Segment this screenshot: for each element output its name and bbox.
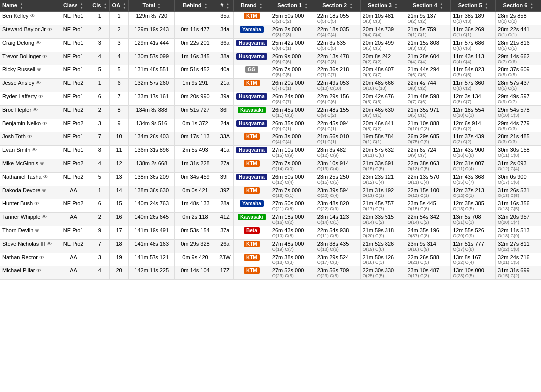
- col-cls[interactable]: Cls ▲▼: [90, 0, 109, 12]
- cell-section5: 11m 37s 439 O(2) C(2): [451, 132, 496, 146]
- section6-sub: O(5) C(5): [498, 46, 539, 51]
- section3-main: 22m 30s 330: [363, 267, 403, 273]
- eye-icon[interactable]: 👁: [40, 161, 45, 166]
- col-num[interactable]: # ▲▼: [216, 0, 233, 12]
- section6-sub: O(7) C(6): [498, 59, 539, 64]
- eye-icon[interactable]: 👁: [42, 188, 47, 193]
- cell-section2: 22m 3s 635 O(5) C(5): [315, 39, 360, 52]
- section4-main: 21m 9s 137: [407, 13, 448, 19]
- section6-main: 32m 24s 716: [498, 254, 539, 260]
- col-section2[interactable]: Section 2 ▲▼: [315, 0, 360, 12]
- cell-section4: 21m 15s 808 O(3) C(3): [405, 39, 451, 52]
- col-section1[interactable]: Section 1 ▲▼: [270, 0, 315, 12]
- section3-main: 19m 58s 784: [363, 133, 403, 139]
- section6-main: 29m 14s 662: [498, 53, 539, 59]
- eye-icon[interactable]: 👁: [38, 94, 43, 99]
- section3-sub: O(11) C(8): [363, 153, 403, 158]
- cell-name: Mike McGinnis 👁: [0, 159, 57, 173]
- section1-sub: O(13) C(1): [272, 193, 313, 198]
- eye-icon[interactable]: 👁: [36, 268, 41, 273]
- name-text: Craig Delong: [2, 40, 34, 46]
- eye-icon[interactable]: 👁: [42, 54, 47, 59]
- brand-badge: Kawasaki: [238, 214, 266, 220]
- col-section3[interactable]: Section 3 ▲▼: [360, 0, 405, 12]
- section5-sub: O(13) C(5): [453, 206, 493, 211]
- brand-badge: KTM: [244, 80, 260, 86]
- section5-sub: O(3) C(3): [453, 19, 493, 24]
- cell-section6: 28m 21s 816 O(5) C(5): [496, 39, 541, 52]
- cell-section2: 22m 29s 156 O(6) C(6): [315, 92, 360, 106]
- brand-badge: Husqvarna: [236, 147, 267, 153]
- cell-brand: Yamaha: [233, 25, 270, 39]
- cell-total: 138m 36s 209: [129, 173, 175, 186]
- cell-num: 39a: [216, 92, 233, 106]
- section1-main: 27m 50s 000: [272, 200, 313, 206]
- eye-icon[interactable]: 👁: [33, 107, 38, 113]
- cell-num: 36a: [216, 39, 233, 52]
- section6-sub: O(2) C(2): [498, 19, 539, 24]
- eye-icon[interactable]: 👁: [34, 201, 39, 206]
- col-section5[interactable]: Section 5 ▲▼: [451, 0, 496, 12]
- cell-num: 35a: [216, 12, 233, 25]
- cell-oa: 7: [109, 92, 128, 106]
- col-class[interactable]: Class ▲▼: [57, 0, 90, 12]
- eye-icon[interactable]: 👁: [36, 80, 41, 86]
- col-brand[interactable]: Brand ▲▼: [233, 0, 270, 12]
- cell-class: NE Pro2: [57, 79, 90, 92]
- cell-cls: 6: [90, 199, 109, 213]
- cell-class: NE Pro1: [57, 132, 90, 146]
- cell-section3: 20m 57s 632 O(11) C(8): [360, 146, 405, 159]
- eye-icon[interactable]: 👁: [32, 147, 37, 153]
- section3-main: 20m 48s 607: [363, 66, 403, 72]
- table-row: Ryder Lafferty 👁 NE Pro1 6 7 133m 17s 16…: [0, 92, 541, 106]
- section2-main: 23m 29s 524: [317, 254, 358, 260]
- cell-brand: KTM: [233, 253, 270, 266]
- cell-num: 33A: [216, 132, 233, 146]
- cell-section1: 27m 7s 000 O(14) C(0): [270, 159, 315, 173]
- cell-num: 21a: [216, 79, 233, 92]
- cell-oa: 20: [109, 266, 128, 280]
- section1-main: 27m 18s 000: [272, 214, 313, 220]
- eye-icon[interactable]: 👁: [30, 13, 35, 19]
- col-oa[interactable]: OA ▲▼: [109, 0, 128, 12]
- section4-main: 22m 15s 100: [407, 187, 448, 193]
- section1-main: 27m 7s 000: [272, 160, 313, 166]
- section2-sub: O(4) C(4): [317, 32, 358, 37]
- cell-name: Nathan Rector 👁: [0, 253, 57, 266]
- section2-main: 22m 48s 155: [317, 107, 358, 113]
- section5-sub: O(8) C(2): [453, 86, 493, 91]
- eye-icon[interactable]: 👁: [37, 67, 42, 72]
- name-text: Michael Pillar: [2, 267, 35, 273]
- cell-section1: 27m 50s 000 O(21) C(8): [270, 199, 315, 213]
- eye-icon[interactable]: 👁: [35, 228, 40, 233]
- eye-icon[interactable]: 👁: [42, 214, 47, 220]
- cell-section6: 29m 14s 662 O(7) C(6): [496, 52, 541, 65]
- eye-icon[interactable]: 👁: [47, 241, 52, 247]
- cell-behind: 0m 2s 118: [175, 213, 216, 226]
- cell-name: Evan Smith 👁: [0, 146, 57, 159]
- section1-main: 27m 38s 000: [272, 254, 313, 260]
- col-section6[interactable]: Section 6 ▲▼: [496, 0, 541, 12]
- section6-main: 28m 37s 609: [498, 66, 539, 72]
- eye-icon[interactable]: 👁: [47, 27, 52, 32]
- eye-icon[interactable]: 👁: [27, 134, 32, 139]
- col-behind[interactable]: Behind ▲▼: [175, 0, 216, 12]
- eye-icon[interactable]: 👁: [39, 255, 44, 260]
- cell-section2: 23m 29s 524 O(17) C(3): [315, 253, 360, 266]
- section5-main: 12m 31s 007: [453, 160, 493, 166]
- eye-icon[interactable]: 👁: [42, 121, 47, 126]
- col-total[interactable]: Total ▲▼: [129, 0, 175, 12]
- section1-main: 26m 45s 000: [272, 107, 313, 113]
- table-header-row: Name ▲▼ Class ▲▼ Cls ▲▼ OA ▲▼ Total ▲▼ B…: [0, 0, 541, 12]
- cell-section4: 22m 54s 342 O(14) C(2): [405, 213, 451, 226]
- cell-name: Dakoda Devore 👁: [0, 186, 57, 199]
- section3-main: 21m 59s 318: [363, 227, 403, 233]
- eye-icon[interactable]: 👁: [36, 40, 41, 46]
- section4-main: 22m 54s 342: [407, 214, 448, 220]
- cell-cls: 3: [90, 39, 109, 52]
- name-text: Nathan Rector: [2, 254, 38, 260]
- col-section4[interactable]: Section 4 ▲▼: [405, 0, 451, 12]
- cell-cls: 1: [90, 186, 109, 199]
- eye-icon[interactable]: 👁: [43, 174, 48, 180]
- col-name[interactable]: Name ▲▼: [0, 0, 57, 12]
